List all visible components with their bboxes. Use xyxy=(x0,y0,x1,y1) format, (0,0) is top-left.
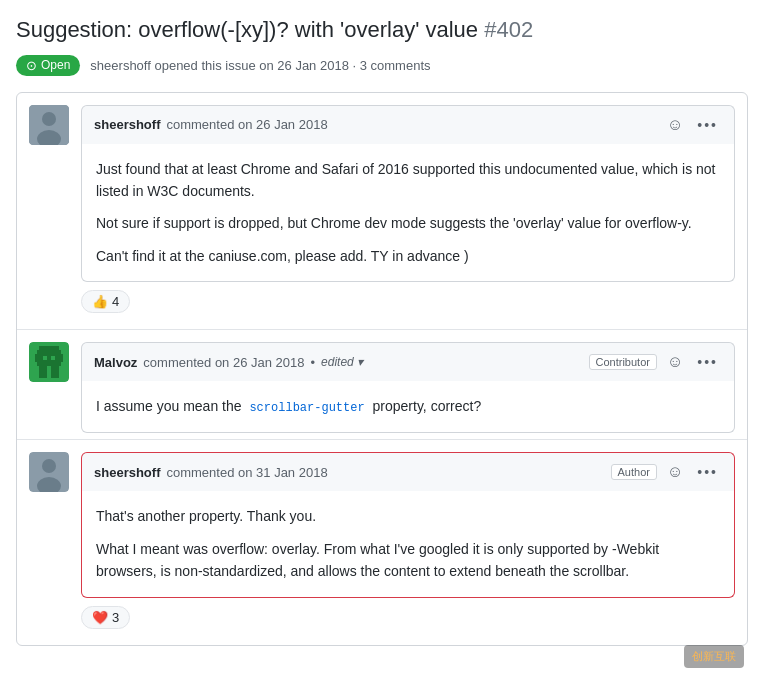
svg-rect-8 xyxy=(39,366,47,378)
comment-header-left-3: sheershoff commented on 31 Jan 2018 xyxy=(94,465,328,480)
contributor-badge: Contributor xyxy=(589,354,657,370)
reaction-emoji-3: ❤️ xyxy=(92,610,108,625)
comment-header-left-1: sheershoff commented on 26 Jan 2018 xyxy=(94,117,328,132)
issue-number: #402 xyxy=(484,17,533,42)
reaction-emoji-1: 👍 xyxy=(92,294,108,309)
edited-text: edited xyxy=(321,355,354,369)
open-icon: ⊙ xyxy=(26,58,37,73)
comment-header-1: sheershoff commented on 26 Jan 2018 ☺ ••… xyxy=(81,105,735,144)
comment-header-right-3: Author ☺ ••• xyxy=(611,461,722,483)
comment-paragraph-2-1: I assume you mean the scrollbar-gutter p… xyxy=(96,395,720,418)
title-text: Suggestion: overflow(-[xy])? with 'overl… xyxy=(16,17,478,42)
svg-rect-5 xyxy=(37,350,61,366)
comment-header-right-1: ☺ ••• xyxy=(665,114,722,136)
comment-group-2: Malvoz commented on 26 Jan 2018 • edited… xyxy=(17,330,747,439)
comment-main-2: Malvoz commented on 26 Jan 2018 • edited… xyxy=(81,342,735,433)
meta-text: sheershoff opened this issue on 26 Jan 2… xyxy=(90,58,430,73)
svg-rect-7 xyxy=(59,354,63,362)
comment-header-2: Malvoz commented on 26 Jan 2018 • edited… xyxy=(81,342,735,381)
comment-text-before-code: I assume you mean the xyxy=(96,398,245,414)
avatar-malvoz xyxy=(29,342,69,382)
reaction-bar-3: ❤️ 3 xyxy=(81,598,735,639)
comment-body-3: That's another property. Thank you. What… xyxy=(81,491,735,597)
avatar-sheershoff-3 xyxy=(29,452,69,492)
comment-author-3[interactable]: sheershoff xyxy=(94,465,160,480)
edited-arrow-icon: ▾ xyxy=(357,355,363,369)
reaction-bar-1: 👍 4 xyxy=(81,282,735,323)
code-inline: scrollbar-gutter xyxy=(245,400,368,416)
comment-paragraph-1-2: Not sure if support is dropped, but Chro… xyxy=(96,212,720,234)
svg-rect-10 xyxy=(43,356,47,360)
comment-paragraph-1-1: Just found that at least Chrome and Safa… xyxy=(96,158,720,203)
comments-section: sheershoff commented on 26 Jan 2018 ☺ ••… xyxy=(16,92,748,646)
reaction-count-3: 3 xyxy=(112,610,119,625)
watermark: 创新互联 xyxy=(684,645,744,662)
comment-date-2: commented on 26 Jan 2018 xyxy=(143,355,304,370)
svg-rect-11 xyxy=(51,356,55,360)
comment-date-3: commented on 31 Jan 2018 xyxy=(166,465,327,480)
avatar-img-malvoz xyxy=(29,342,69,382)
edited-label[interactable]: edited ▾ xyxy=(321,355,363,369)
comment-body-1: Just found that at least Chrome and Safa… xyxy=(81,144,735,283)
emoji-button-3[interactable]: ☺ xyxy=(665,461,685,483)
issue-meta: ⊙ Open sheershoff opened this issue on 2… xyxy=(16,55,748,76)
avatar-img-3 xyxy=(29,452,69,492)
comment-paragraph-3-2: What I meant was overflow: overlay. From… xyxy=(96,538,720,583)
avatar-sheershoff-1 xyxy=(29,105,69,145)
comment-author-1[interactable]: sheershoff xyxy=(94,117,160,132)
comment-paragraph-3-1: That's another property. Thank you. xyxy=(96,505,720,527)
reaction-button-3[interactable]: ❤️ 3 xyxy=(81,606,130,629)
badge-label: Open xyxy=(41,58,70,72)
svg-rect-9 xyxy=(51,366,59,378)
emoji-button-2[interactable]: ☺ xyxy=(665,351,685,373)
svg-point-1 xyxy=(42,112,56,126)
emoji-button-1[interactable]: ☺ xyxy=(665,114,685,136)
avatar-img xyxy=(29,105,69,145)
svg-point-13 xyxy=(42,459,56,473)
comment-date-1: commented on 26 Jan 2018 xyxy=(166,117,327,132)
comment-author-2[interactable]: Malvoz xyxy=(94,355,137,370)
author-badge: Author xyxy=(611,464,657,480)
comment-main-1: sheershoff commented on 26 Jan 2018 ☺ ••… xyxy=(81,105,735,324)
comment-header-right-2: Contributor ☺ ••• xyxy=(589,351,722,373)
comment-text-after-code: property, correct? xyxy=(369,398,482,414)
svg-rect-4 xyxy=(39,346,59,350)
comment-paragraph-1-3: Can't find it at the caniuse.com, please… xyxy=(96,245,720,267)
open-badge: ⊙ Open xyxy=(16,55,80,76)
reaction-button-1[interactable]: 👍 4 xyxy=(81,290,130,313)
reaction-count-1: 4 xyxy=(112,294,119,309)
comment-group-3: sheershoff commented on 31 Jan 2018 Auth… xyxy=(17,440,747,644)
svg-rect-6 xyxy=(35,354,39,362)
edited-separator: • xyxy=(311,355,316,370)
more-button-1[interactable]: ••• xyxy=(693,115,722,135)
more-button-3[interactable]: ••• xyxy=(693,462,722,482)
comment-body-2: I assume you mean the scrollbar-gutter p… xyxy=(81,381,735,433)
page-title: Suggestion: overflow(-[xy])? with 'overl… xyxy=(16,16,748,45)
comment-header-left-2: Malvoz commented on 26 Jan 2018 • edited… xyxy=(94,355,363,370)
more-button-2[interactable]: ••• xyxy=(693,352,722,372)
comment-header-3: sheershoff commented on 31 Jan 2018 Auth… xyxy=(81,452,735,491)
comment-main-3: sheershoff commented on 31 Jan 2018 Auth… xyxy=(81,452,735,638)
comment-group-1: sheershoff commented on 26 Jan 2018 ☺ ••… xyxy=(17,93,747,330)
